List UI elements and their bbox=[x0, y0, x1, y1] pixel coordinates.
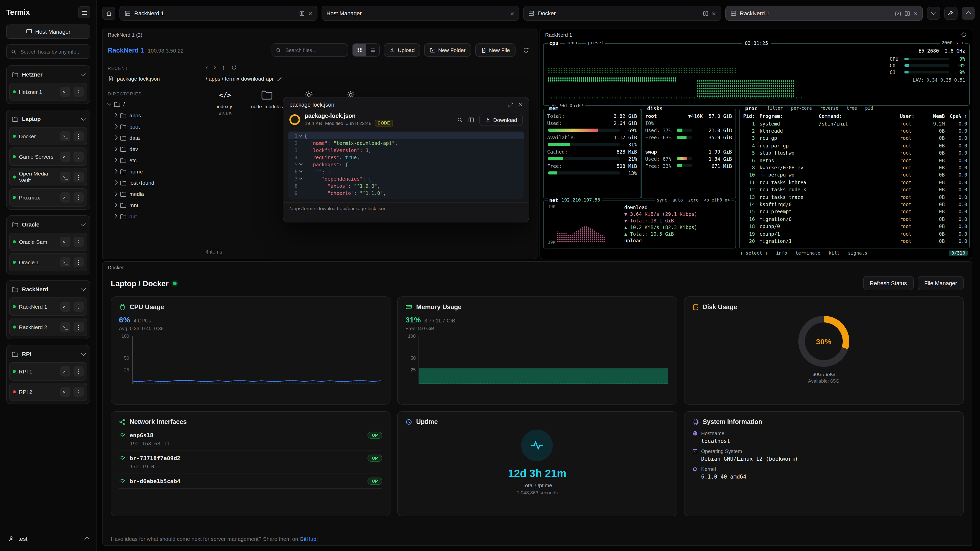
process-row[interactable]: 1 systemd /sbin/init root 9.2M 0.0 bbox=[741, 120, 967, 127]
host-item[interactable]: RackNerd 1 >_ ⋮ bbox=[9, 297, 87, 316]
directory-item[interactable]: apps bbox=[108, 110, 196, 121]
process-row[interactable]: 6 netns root 0B 0.0 bbox=[741, 157, 967, 164]
btop-screen[interactable]: cpu menu preset 03:31:25 2000ms + E5-268… bbox=[543, 40, 969, 257]
proc-option[interactable]: tree bbox=[846, 106, 857, 111]
close-icon[interactable]: × bbox=[519, 101, 523, 108]
process-row[interactable]: 2 kthreadd root 0B 0.0 bbox=[741, 127, 967, 135]
grid-view-button[interactable] bbox=[353, 44, 366, 56]
host-item[interactable]: Game Servers >_ ⋮ bbox=[9, 148, 87, 166]
open-terminal-button[interactable]: >_ bbox=[60, 87, 70, 97]
file-item[interactable]: </> node_modules bbox=[248, 87, 286, 116]
host-menu-button[interactable]: ⋮ bbox=[73, 366, 84, 376]
expand-icon[interactable] bbox=[508, 102, 514, 107]
process-row[interactable]: 19 cpuhp/1 root 0B 0.0 bbox=[741, 230, 967, 238]
sidebar-menu-button[interactable] bbox=[78, 6, 90, 18]
host-menu-button[interactable]: ⋮ bbox=[73, 87, 84, 97]
host-menu-button[interactable]: ⋮ bbox=[73, 131, 84, 141]
host-item[interactable]: RackNerd 2 >_ ⋮ bbox=[9, 318, 87, 336]
tab-close-icon[interactable]: × bbox=[914, 10, 918, 17]
process-row[interactable]: 15 rcu_preempt root 0B 0.0 bbox=[741, 208, 967, 215]
host-group-header[interactable]: Oracle bbox=[9, 218, 87, 230]
host-item[interactable]: Docker >_ ⋮ bbox=[9, 127, 87, 145]
interface-row[interactable]: br-d6abe1b5cab4 UP bbox=[119, 473, 383, 489]
directory-item[interactable]: home bbox=[108, 166, 196, 177]
process-row[interactable]: 5 slub_flushwq root 0B 0.0 bbox=[741, 149, 967, 157]
file-search[interactable] bbox=[272, 43, 348, 57]
process-row[interactable]: 8 kworker/0:0H-ev root 0B 0.0 bbox=[741, 164, 967, 171]
forward-icon[interactable]: › bbox=[214, 64, 216, 71]
process-row[interactable]: 20 migration/1 root 0B 0.0 bbox=[741, 238, 967, 245]
directory-item[interactable]: lost+found bbox=[108, 177, 196, 188]
process-row[interactable]: 3 rcu_gp root 0B 0.0 bbox=[741, 135, 967, 142]
user-menu[interactable]: test bbox=[6, 532, 90, 546]
tab[interactable]: RackNerd 1 × bbox=[119, 6, 317, 21]
process-row[interactable]: 14 ksoftirqd/0 root 0B 0.0 bbox=[741, 201, 967, 208]
host-manager-button[interactable]: Host Manager bbox=[6, 24, 90, 39]
host-item[interactable]: Hetzner 1 >_ ⋮ bbox=[9, 83, 87, 101]
host-group-header[interactable]: RPI bbox=[9, 348, 87, 360]
back-icon[interactable]: ‹ bbox=[206, 64, 208, 71]
directory-item[interactable]: mnt bbox=[108, 200, 196, 211]
directory-item[interactable]: boot bbox=[108, 121, 196, 132]
host-group-header[interactable]: RackNerd bbox=[9, 283, 87, 295]
list-view-button[interactable] bbox=[366, 44, 379, 56]
tab-scroll-down-button[interactable] bbox=[927, 6, 940, 20]
refresh-icon[interactable] bbox=[231, 65, 237, 70]
interface-row[interactable]: enp6s18 UP 192.168.68.11 bbox=[119, 427, 383, 451]
tab[interactable]: Docker × bbox=[523, 6, 721, 21]
host-group-header[interactable]: Hetzner bbox=[9, 68, 87, 81]
process-row[interactable]: 18 cpuhp/0 root 0B 0.0 bbox=[741, 223, 967, 230]
process-row[interactable]: 11 rcu_tasks_kthrea root 0B 0.0 bbox=[741, 179, 967, 186]
open-terminal-button[interactable]: >_ bbox=[60, 257, 70, 267]
tab[interactable]: Host Manager × bbox=[321, 6, 519, 21]
btop-preset[interactable]: preset bbox=[587, 40, 605, 45]
tab-close-icon[interactable]: × bbox=[308, 10, 312, 17]
interface-row[interactable]: br-73718f7a09d2 UP 172.19.0.1 bbox=[119, 451, 383, 473]
open-terminal-button[interactable]: >_ bbox=[60, 192, 70, 203]
open-terminal-button[interactable]: >_ bbox=[60, 366, 70, 376]
file-manager-button[interactable]: File Manager bbox=[918, 276, 964, 290]
host-menu-button[interactable]: ⋮ bbox=[73, 172, 84, 182]
directory-item[interactable]: opt bbox=[108, 211, 196, 222]
layout-icon[interactable] bbox=[468, 117, 474, 123]
download-button[interactable]: Download bbox=[479, 114, 523, 126]
proc-option[interactable]: pid bbox=[865, 106, 873, 111]
host-group-header[interactable]: Laptop bbox=[9, 113, 87, 125]
host-menu-button[interactable]: ⋮ bbox=[73, 302, 84, 312]
up-directory-icon[interactable]: ↑ bbox=[222, 64, 225, 71]
host-menu-button[interactable]: ⋮ bbox=[73, 387, 84, 397]
process-row[interactable]: 10 mm_percpu_wq root 0B 0.0 bbox=[741, 171, 967, 179]
process-row[interactable]: 13 rcu_tasks_trace root 0B 0.0 bbox=[741, 193, 967, 201]
root-directory-item[interactable]: / bbox=[108, 98, 196, 110]
directory-item[interactable]: data bbox=[108, 132, 196, 143]
host-search[interactable] bbox=[6, 44, 90, 59]
file-search-input[interactable] bbox=[284, 47, 344, 53]
tab[interactable]: RackNerd 1 (2) × bbox=[725, 6, 923, 21]
process-row[interactable]: 4 rcu_par_gp root 0B 0.0 bbox=[741, 142, 967, 149]
proc-option[interactable]: per-core bbox=[791, 106, 812, 111]
host-search-input[interactable] bbox=[19, 48, 86, 55]
host-item[interactable]: Oracle Sam >_ ⋮ bbox=[9, 233, 87, 251]
host-item[interactable]: RPI 2 >_ ⋮ bbox=[9, 383, 87, 401]
github-link[interactable]: GitHub! bbox=[300, 536, 318, 542]
edit-path-icon[interactable] bbox=[277, 76, 282, 81]
btop-menu[interactable]: menu bbox=[565, 40, 579, 45]
open-terminal-button[interactable]: >_ bbox=[60, 322, 70, 332]
host-menu-button[interactable]: ⋮ bbox=[73, 237, 84, 247]
host-menu-button[interactable]: ⋮ bbox=[73, 192, 84, 203]
process-row[interactable]: 12 rcu_tasks_rude_k root 0B 0.0 bbox=[741, 186, 967, 193]
proc-option[interactable]: filter bbox=[767, 106, 783, 111]
process-row[interactable]: 16 migration/0 root 0B 0.0 bbox=[741, 215, 967, 223]
reconnect-icon[interactable] bbox=[961, 32, 967, 38]
split-view-icon[interactable] bbox=[905, 11, 910, 16]
refresh-button[interactable] bbox=[520, 44, 532, 56]
host-item[interactable]: Proxmox >_ ⋮ bbox=[9, 188, 87, 206]
open-terminal-button[interactable]: >_ bbox=[60, 237, 70, 247]
upload-button[interactable]: Upload bbox=[384, 43, 420, 57]
host-item[interactable]: RPI 1 >_ ⋮ bbox=[9, 362, 87, 381]
host-item[interactable]: Open Media Vault >_ ⋮ bbox=[9, 168, 87, 186]
host-menu-button[interactable]: ⋮ bbox=[73, 257, 84, 267]
file-item[interactable]: </> index.js 4.3 KB bbox=[206, 87, 245, 116]
tab-scroll-up-button[interactable] bbox=[962, 6, 975, 20]
split-view-icon[interactable] bbox=[299, 11, 305, 16]
